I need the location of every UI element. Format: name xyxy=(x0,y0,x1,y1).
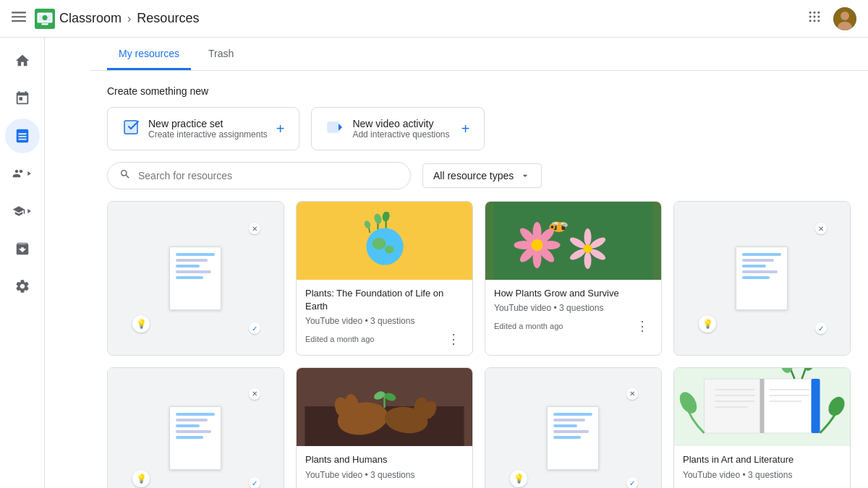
resource-card-3[interactable]: 💡 ✕ ✓ The Amazing Diversity of Plants Pr… xyxy=(673,201,851,356)
sidebar-classes-expand[interactable] xyxy=(5,194,40,228)
resource-meta-5: YouTube video • 3 questions xyxy=(305,470,464,480)
new-practice-set-button[interactable]: New practice set Create interactive assi… xyxy=(107,107,299,150)
check-mark-6: ✓ xyxy=(626,477,638,488)
svg-point-16 xyxy=(817,20,820,22)
resource-grid: 💡 ✕ ✓ A Deep Dive into the Secret Life o… xyxy=(90,201,868,488)
svg-rect-70 xyxy=(705,379,762,433)
sidebar xyxy=(0,0,45,488)
book-graphic xyxy=(674,368,850,446)
svg-point-8 xyxy=(809,12,812,14)
resource-info-5: Plants and Humans YouTube video • 3 ques… xyxy=(297,446,472,488)
practice-set-icon xyxy=(122,119,140,139)
resource-meta-7: YouTube video • 3 questions xyxy=(683,470,841,480)
practice-set-plus-icon: + xyxy=(276,121,285,137)
svg-rect-2 xyxy=(12,20,26,22)
sidebar-archive[interactable] xyxy=(5,231,40,266)
svg-point-43 xyxy=(584,228,592,246)
resource-thumb-4: 💡 ✕ ✓ xyxy=(108,368,284,488)
create-cards: New practice set Create interactive assi… xyxy=(107,107,851,150)
tabs-bar: My resources Trash xyxy=(90,38,868,71)
resource-card-4[interactable]: 💡 ✕ ✓ Plants and Their Environment Pract… xyxy=(107,367,284,488)
app-name: Classroom xyxy=(59,11,122,26)
resource-thumb-2 xyxy=(485,202,661,280)
resource-thumb-3: 💡 ✕ ✓ xyxy=(674,202,850,355)
resource-meta-1: YouTube video • 3 questions xyxy=(305,316,464,326)
video-activity-icon xyxy=(326,119,344,139)
bulb-icon-3: 💡 xyxy=(699,315,716,333)
classroom-logo xyxy=(35,9,55,29)
svg-point-30 xyxy=(381,212,390,222)
svg-point-46 xyxy=(584,252,592,269)
sidebar-settings[interactable] xyxy=(5,269,40,304)
topbar-right xyxy=(801,4,856,33)
video-activity-title: New video activity xyxy=(352,118,452,129)
svg-rect-79 xyxy=(760,379,765,433)
svg-rect-52 xyxy=(558,224,561,230)
resource-title-7: Plants in Art and Literature xyxy=(683,453,841,466)
svg-point-42 xyxy=(532,239,543,251)
x-mark-3: ✕ xyxy=(815,223,827,234)
apps-grid-icon[interactable] xyxy=(801,4,827,33)
avatar[interactable] xyxy=(833,7,856,30)
resource-thumb-1 xyxy=(297,202,472,280)
sidebar-people-expand[interactable] xyxy=(5,156,40,191)
resource-thumb-7 xyxy=(674,368,850,446)
page-title: Resources xyxy=(137,11,199,26)
svg-rect-20 xyxy=(124,121,137,134)
resource-thumb-0: 💡 ✕ ✓ xyxy=(108,202,284,355)
resource-title-2: How Plants Grow and Survive xyxy=(494,287,652,300)
bulb-icon-6: 💡 xyxy=(510,470,527,487)
create-section-title: Create something new xyxy=(107,85,851,97)
menu-icon[interactable] xyxy=(12,9,26,27)
resource-footer-2: Edited a month ago ⋮ xyxy=(494,316,652,336)
search-box[interactable] xyxy=(107,162,411,189)
x-mark-4: ✕ xyxy=(249,388,260,400)
resource-info-0: A Deep Dive into the Secret Life of Plan… xyxy=(108,355,284,356)
sidebar-resources[interactable] xyxy=(5,119,40,153)
video-activity-subtitle: Add interactive questions xyxy=(352,129,452,140)
sidebar-calendar[interactable] xyxy=(5,81,40,116)
bulb-icon-4: 💡 xyxy=(132,470,150,487)
more-menu-5[interactable]: ⋮ xyxy=(443,483,464,488)
search-input[interactable] xyxy=(138,170,399,181)
main-content: My resources Trash Create something new … xyxy=(90,38,868,488)
resource-meta-2: YouTube video • 3 questions xyxy=(494,303,652,313)
filter-label: All resource types xyxy=(433,170,514,181)
resource-card-1[interactable]: Plants: The Foundation of Life on Earth … xyxy=(296,201,473,356)
svg-point-28 xyxy=(373,213,382,224)
resource-card-7[interactable]: Plants in Art and Literature YouTube vid… xyxy=(673,367,851,488)
practice-set-subtitle: Create interactive assignments xyxy=(148,129,268,140)
svg-point-15 xyxy=(814,20,816,22)
svg-point-9 xyxy=(814,12,816,14)
new-video-activity-button[interactable]: New video activity Add interactive quest… xyxy=(311,107,485,150)
resource-time-1: Edited a month ago xyxy=(305,335,374,343)
resource-card-2[interactable]: How Plants Grow and Survive YouTube vide… xyxy=(485,201,662,356)
svg-marker-23 xyxy=(339,124,342,131)
more-menu-2[interactable]: ⋮ xyxy=(632,316,652,336)
resource-type-filter[interactable]: All resource types xyxy=(422,163,542,188)
topbar: Classroom › Resources xyxy=(0,0,868,38)
resource-card-5[interactable]: Plants and Humans YouTube video • 3 ques… xyxy=(296,367,473,488)
more-menu-7[interactable]: ⋮ xyxy=(821,483,841,488)
bee-graphic xyxy=(485,202,661,280)
resource-footer-5: Edited a month ago ⋮ xyxy=(305,483,464,488)
resource-card-0[interactable]: 💡 ✕ ✓ A Deep Dive into the Secret Life o… xyxy=(107,201,284,356)
resource-title-5: Plants and Humans xyxy=(305,453,464,466)
resource-thumb-6: 💡 ✕ ✓ xyxy=(485,368,661,488)
resource-info-1: Plants: The Foundation of Life on Earth … xyxy=(297,280,472,355)
more-menu-1[interactable]: ⋮ xyxy=(443,329,464,349)
tab-my-resources[interactable]: My resources xyxy=(107,38,191,70)
resource-info-3: The Amazing Diversity of Plants Practice… xyxy=(674,355,850,356)
svg-point-14 xyxy=(809,20,812,22)
resource-info-7: Plants in Art and Literature YouTube vid… xyxy=(674,446,850,488)
tab-trash[interactable]: Trash xyxy=(197,38,245,70)
create-section: Create something new New practice set Cr… xyxy=(90,71,868,162)
search-icon xyxy=(119,168,131,183)
sidebar-home[interactable] xyxy=(5,43,40,78)
svg-rect-1 xyxy=(12,16,26,17)
svg-rect-7 xyxy=(41,23,48,25)
check-mark-3: ✓ xyxy=(815,322,827,334)
bulb-icon-0: 💡 xyxy=(132,315,150,333)
resource-card-6[interactable]: 💡 ✕ ✓ The Future of Plants Practice set … xyxy=(485,367,662,488)
svg-point-11 xyxy=(809,16,812,18)
